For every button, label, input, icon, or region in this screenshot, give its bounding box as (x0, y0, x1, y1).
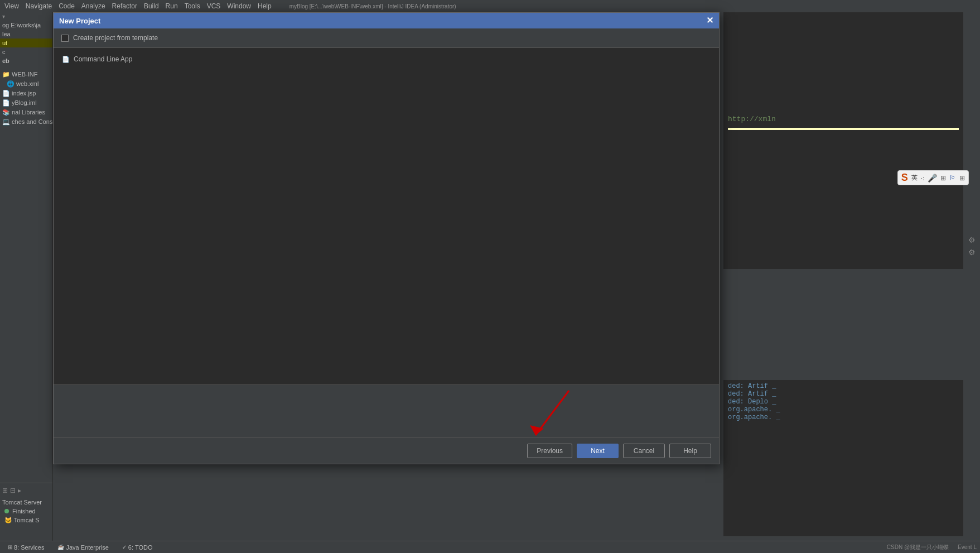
enterprise-icon: ☕ (57, 544, 64, 550)
ime-flag: 🏳 (949, 174, 956, 182)
sidebar-server-label: Tomcat Server (0, 498, 52, 507)
ime-grid2: ⊞ (959, 174, 965, 182)
console-icon: 💻 (2, 118, 12, 125)
services-icon: ⊞ (8, 544, 12, 550)
menu-bar: View Navigate Code Analyze Refactor Buil… (0, 0, 980, 12)
jsp-icon: 📄 (2, 90, 12, 97)
cmdline-icon: 📄 (61, 55, 70, 64)
dialog-main-area: 📄 Command Line App (54, 48, 719, 384)
right-icon-bar: ⚙ ⚙ (963, 12, 980, 269)
sidebar-item-webinf[interactable]: 📁 WEB-INF (0, 70, 52, 79)
dialog-top-row: Create project from template (54, 28, 719, 48)
cancel-button[interactable]: Cancel (623, 444, 665, 458)
code-line-highlight (728, 128, 959, 130)
toolbar-icon-3[interactable]: ▸ (18, 487, 21, 494)
dialog-title-bar: New Project ✕ (54, 13, 719, 28)
dialog-body: Create project from template 📄 Command L… (54, 28, 719, 464)
settings-icon[interactable]: ⚙ (968, 248, 976, 257)
sidebar-item-iml[interactable]: 📄 yBlog.iml (0, 98, 52, 108)
next-button[interactable]: Next (577, 444, 619, 458)
menu-run[interactable]: Run (166, 2, 178, 10)
status-tab-services[interactable]: ⊞ 8: Services (3, 543, 49, 552)
menu-tools[interactable]: Tools (185, 2, 200, 10)
event-log-label[interactable]: Event L (958, 544, 977, 550)
toolbar-icon-1[interactable]: ⊞ (2, 487, 8, 494)
iml-icon: 📄 (2, 99, 12, 106)
menu-build[interactable]: Build (144, 2, 159, 10)
dialog-title: New Project (59, 17, 100, 25)
menu-refactor[interactable]: Refactor (112, 2, 137, 10)
help-button[interactable]: Help (669, 444, 711, 458)
sidebar-collapse[interactable]: ▾ (0, 12, 52, 21)
menu-code[interactable]: Code (59, 2, 75, 10)
dialog-bottom-area (54, 384, 719, 437)
right-code-panel: http://xmln (723, 12, 963, 269)
sidebar-item-eb[interactable]: eb (0, 56, 52, 65)
left-sidebar: ▾ og E:\works\ja lea ut c eb 📁 WEB-INF 🌐… (0, 12, 53, 553)
log-line-4: org.apache. _ (728, 406, 959, 413)
template-item-label: Command Line App (74, 55, 132, 63)
server-label: Tomcat Server (2, 499, 42, 506)
todo-icon: ✓ (122, 544, 127, 550)
gear-icon[interactable]: ⚙ (968, 235, 976, 244)
ime-logo: S (901, 172, 908, 184)
menu-help[interactable]: Help (258, 2, 272, 10)
ime-dots: ·: (921, 175, 924, 181)
ime-grid1: ⊞ (940, 174, 946, 182)
ime-toolbar: S 英 ·: 🎤 ⊞ 🏳 ⊞ (897, 170, 969, 185)
sidebar-item-og[interactable]: og E:\works\ja (0, 21, 52, 30)
sidebar-item-lea[interactable]: lea (0, 30, 52, 39)
ime-lang[interactable]: 英 (911, 174, 918, 182)
previous-button[interactable]: Previous (527, 444, 572, 458)
menu-view[interactable]: View (4, 2, 19, 10)
template-list: 📄 Command Line App (54, 48, 719, 384)
tomcat-icon: 🐱 (4, 517, 14, 523)
status-tab-todo[interactable]: ✓ 6: TODO (118, 543, 157, 552)
sidebar-tomcat[interactable]: 🐱 Tomcat S (0, 516, 52, 525)
log-line-5: org.apache. _ (728, 413, 959, 421)
dialog-footer: Previous Next Cancel Help (54, 437, 719, 464)
dialog-close-button[interactable]: ✕ (706, 16, 713, 25)
sidebar-item-webxml[interactable]: 🌐 web.xml (0, 79, 52, 89)
title-bar-text: myBlog [E:\...\web\WEB-INF\web.xml] - In… (289, 3, 456, 9)
menu-window[interactable]: Window (227, 2, 251, 10)
sidebar-item-indexjsp[interactable]: 📄 index.jsp (0, 89, 52, 98)
new-project-dialog: New Project ✕ Create project from templa… (53, 12, 720, 464)
sidebar-item-console[interactable]: 💻 ches and Conso (0, 117, 52, 127)
menu-vcs[interactable]: VCS (207, 2, 221, 10)
lib-icon: 📚 (2, 109, 12, 116)
toolbar-icon-2[interactable]: ⊟ (10, 487, 16, 494)
menu-analyze[interactable]: Analyze (81, 2, 105, 10)
status-right-text: CSDN @我是一只小蝴蝶 (887, 544, 949, 551)
status-bar: ⊞ 8: Services ☕ Java Enterprise ✓ 6: TOD… (0, 541, 980, 553)
ime-mic[interactable]: 🎤 (928, 174, 937, 182)
folder-icon: 📁 (2, 71, 12, 78)
status-tab-enterprise[interactable]: ☕ Java Enterprise (53, 543, 113, 552)
code-line-green: http://xmln (728, 115, 959, 123)
sidebar-item-ut[interactable]: ut (0, 39, 52, 47)
sidebar-item-c[interactable]: c (0, 47, 52, 56)
log-line-2: ded: Artif _ (728, 390, 959, 398)
log-line-3: ded: Deplo _ (728, 398, 959, 406)
create-from-template-checkbox[interactable] (61, 35, 69, 42)
xml-icon: 🌐 (7, 80, 16, 87)
template-item-cmdline[interactable]: 📄 Command Line App (58, 52, 715, 66)
sidebar-finished[interactable]: Finished (0, 507, 52, 516)
sidebar-item-libraries[interactable]: 📚 nal Libraries (0, 108, 52, 117)
log-panel: ded: Artif _ ded: Artif _ ded: Deplo _ o… (723, 380, 963, 536)
log-line-1: ded: Artif _ (728, 382, 959, 390)
create-from-template-label: Create project from template (73, 34, 158, 42)
menu-navigate[interactable]: Navigate (26, 2, 52, 10)
